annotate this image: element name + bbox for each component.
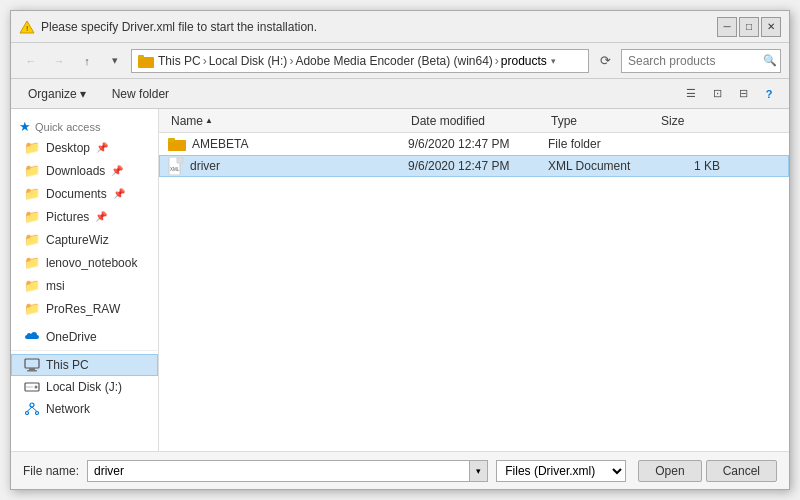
- xml-file-icon: XML: [168, 157, 184, 175]
- sidebar-item-capturewiz[interactable]: 📁 CaptureWiz: [11, 228, 158, 251]
- svg-line-15: [27, 407, 32, 412]
- column-date[interactable]: Date modified: [407, 114, 547, 128]
- downloads-folder-icon: 📁: [24, 163, 40, 178]
- driver-size: 1 KB: [658, 159, 728, 173]
- pictures-folder-icon: 📁: [24, 209, 40, 224]
- forward-button[interactable]: →: [47, 49, 71, 73]
- refresh-button[interactable]: ⟳: [593, 49, 617, 73]
- svg-point-13: [26, 412, 29, 415]
- file-open-dialog: ! Please specify Driver.xml file to star…: [10, 10, 790, 490]
- breadcrumb-products: products: [501, 54, 547, 68]
- svg-point-14: [36, 412, 39, 415]
- thispc-label: This PC: [46, 358, 89, 372]
- amebeta-name: AMEBETA: [192, 137, 248, 151]
- address-bar: ← → ↑ ▾ This PC › Local Disk (H:) › Adob…: [11, 43, 789, 79]
- localdisk-icon: [24, 380, 40, 394]
- help-button[interactable]: ?: [757, 83, 781, 105]
- desktop-folder-icon: 📁: [24, 140, 40, 155]
- svg-rect-11: [26, 386, 33, 388]
- sidebar-item-msi[interactable]: 📁 msi: [11, 274, 158, 297]
- network-icon: [24, 402, 40, 416]
- star-icon: ★: [19, 119, 31, 134]
- column-type[interactable]: Type: [547, 114, 657, 128]
- svg-rect-22: [177, 157, 183, 163]
- svg-line-16: [32, 407, 37, 412]
- svg-text:XML: XML: [170, 167, 180, 172]
- title-bar: ! Please specify Driver.xml file to star…: [11, 11, 789, 43]
- cancel-button[interactable]: Cancel: [706, 460, 777, 482]
- view-button-3[interactable]: ⊟: [731, 83, 755, 105]
- file-list-header: Name ▲ Date modified Type Size: [159, 109, 789, 133]
- title-controls: ─ □ ✕: [717, 17, 781, 37]
- open-button[interactable]: Open: [638, 460, 701, 482]
- breadcrumb-thispc: This PC: [158, 54, 201, 68]
- file-list: Name ▲ Date modified Type Size: [159, 109, 789, 451]
- thispc-icon: [24, 358, 40, 372]
- driver-name: driver: [190, 159, 220, 173]
- driver-type: XML Document: [548, 159, 658, 173]
- onedrive-icon: [24, 331, 40, 343]
- column-size[interactable]: Size: [657, 114, 727, 128]
- svg-point-12: [30, 403, 34, 407]
- col-size-label: Size: [661, 114, 684, 128]
- sidebar-item-thispc[interactable]: This PC: [11, 354, 158, 376]
- svg-rect-8: [27, 370, 37, 372]
- view-button-1[interactable]: ☰: [679, 83, 703, 105]
- filetype-select[interactable]: Files (Driver.xml): [496, 460, 626, 482]
- back-button[interactable]: ←: [19, 49, 43, 73]
- view-button-2[interactable]: ⊡: [705, 83, 729, 105]
- sidebar-item-documents[interactable]: 📁 Documents 📌: [11, 182, 158, 205]
- bottom-bar: File name: ▾ Files (Driver.xml) Open Can…: [11, 451, 789, 489]
- filetype-wrap: Files (Driver.xml): [496, 460, 626, 482]
- filename-dropdown-button[interactable]: ▾: [470, 460, 488, 482]
- sidebar-item-downloads[interactable]: 📁 Downloads 📌: [11, 159, 158, 182]
- table-row[interactable]: AMEBETA 9/6/2020 12:47 PM File folder: [159, 133, 789, 155]
- desktop-label: Desktop: [46, 141, 90, 155]
- recent-button[interactable]: ▾: [103, 49, 127, 73]
- quickaccess-header: ★ Quick access: [11, 115, 158, 136]
- folder-amebeta-icon: [168, 137, 186, 151]
- sidebar-item-lenovo[interactable]: 📁 lenovo_notebook: [11, 251, 158, 274]
- prores-folder-icon: 📁: [24, 301, 40, 316]
- capturewiz-folder-icon: 📁: [24, 232, 40, 247]
- sidebar-item-localdisk[interactable]: Local Disk (J:): [11, 376, 158, 398]
- svg-rect-19: [168, 138, 175, 142]
- filename-label: File name:: [23, 464, 79, 478]
- svg-point-10: [35, 386, 38, 389]
- sidebar-item-pictures[interactable]: 📁 Pictures 📌: [11, 205, 158, 228]
- capturewiz-label: CaptureWiz: [46, 233, 109, 247]
- sidebar-item-network[interactable]: Network: [11, 398, 158, 420]
- close-button[interactable]: ✕: [761, 17, 781, 37]
- file-name-amebeta: AMEBETA: [168, 137, 408, 151]
- column-name[interactable]: Name ▲: [167, 114, 407, 128]
- up-button[interactable]: ↑: [75, 49, 99, 73]
- minimize-button[interactable]: ─: [717, 17, 737, 37]
- toolbar: Organize ▾ New folder ☰ ⊡ ⊟ ?: [11, 79, 789, 109]
- search-input[interactable]: [621, 49, 781, 73]
- amebeta-date: 9/6/2020 12:47 PM: [408, 137, 548, 151]
- sidebar: ★ Quick access 📁 Desktop 📌 📁 Downloads 📌…: [11, 109, 159, 451]
- maximize-button[interactable]: □: [739, 17, 759, 37]
- network-label: Network: [46, 402, 90, 416]
- breadcrumb-amencoder: Adobe Media Encoder (Beta) (win64): [295, 54, 492, 68]
- new-folder-button[interactable]: New folder: [103, 83, 178, 105]
- lenovo-folder-icon: 📁: [24, 255, 40, 270]
- filename-input[interactable]: [87, 460, 470, 482]
- downloads-label: Downloads: [46, 164, 105, 178]
- prores-label: ProRes_RAW: [46, 302, 120, 316]
- amebeta-type: File folder: [548, 137, 658, 151]
- organize-button[interactable]: Organize ▾: [19, 83, 95, 105]
- sidebar-item-prores[interactable]: 📁 ProRes_RAW: [11, 297, 158, 320]
- file-name-driver: XML driver: [168, 157, 408, 175]
- filename-input-wrap: ▾: [87, 460, 488, 482]
- sidebar-item-desktop[interactable]: 📁 Desktop 📌: [11, 136, 158, 159]
- content-area: ★ Quick access 📁 Desktop 📌 📁 Downloads 📌…: [11, 109, 789, 451]
- organize-label: Organize: [28, 87, 77, 101]
- table-row[interactable]: XML driver 9/6/2020 12:47 PM XML Documen…: [159, 155, 789, 177]
- breadcrumb-bar[interactable]: This PC › Local Disk (H:) › Adobe Media …: [131, 49, 589, 73]
- lenovo-label: lenovo_notebook: [46, 256, 137, 270]
- folder-nav-icon: [138, 54, 154, 68]
- breadcrumb-localdisk: Local Disk (H:): [209, 54, 288, 68]
- svg-rect-6: [25, 359, 39, 368]
- sidebar-item-onedrive[interactable]: OneDrive: [11, 326, 158, 348]
